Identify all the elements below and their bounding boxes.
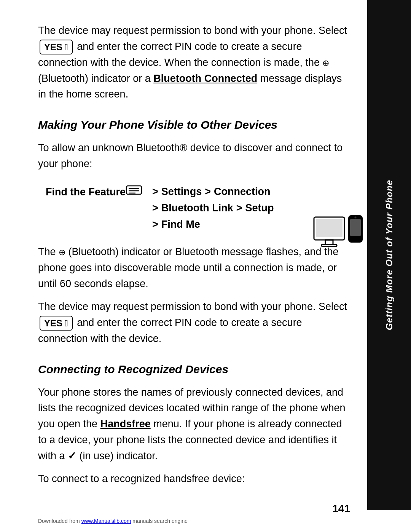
- footer-suffix: manuals search engine: [132, 518, 188, 524]
- arrow-5: >: [152, 216, 158, 233]
- checkmark-symbol: ✓: [68, 450, 76, 462]
- heading-1: Making Your Phone Visible to Other Devic…: [38, 116, 350, 133]
- para1-text-b: and enter the correct PIN code to create…: [38, 41, 320, 68]
- yes-label-1: YES: [44, 41, 62, 53]
- device-svg: [312, 213, 365, 263]
- sidebar-text: Getting More Out of Your Phone: [382, 180, 396, 330]
- yes-button-2: YES 🡉: [40, 316, 73, 331]
- para1-text-c: (Bluetooth) indicator or a: [38, 73, 151, 84]
- path-line-2: > Bluetooth Link > Setup: [149, 200, 274, 216]
- bluetooth-connected-label: Bluetooth Connected: [153, 73, 257, 84]
- bluetooth-symbol-2: ⊕: [59, 248, 65, 257]
- bluetooth-symbol-1: ⊕: [322, 58, 329, 68]
- device-illustration: [312, 213, 365, 263]
- para3-text-a: The: [38, 246, 56, 257]
- menu-icon: [126, 184, 142, 196]
- paragraph-4: The device may request permission to bon…: [38, 299, 350, 347]
- svg-rect-5: [316, 219, 342, 237]
- path-bluetooth-link: Bluetooth Link: [161, 200, 233, 216]
- para3-text-b: (Bluetooth) indicator or Bluetooth messa…: [38, 246, 339, 289]
- yes-button-1: YES 🡉: [40, 40, 73, 54]
- path-find-me: Find Me: [161, 216, 200, 233]
- svg-point-10: [355, 217, 357, 219]
- handsfree-label: Handsfree: [100, 418, 151, 430]
- paragraph-2: To allow an unknown Bluetooth® device to…: [38, 140, 350, 172]
- arrow-2: >: [205, 184, 211, 200]
- path-line-3: > Find Me: [149, 216, 274, 233]
- footer-text: Downloaded from: [38, 518, 80, 524]
- para4-text-b: and enter the correct PIN code to create…: [38, 317, 302, 344]
- arrow-1: >: [152, 184, 158, 200]
- find-feature-label: Find the Feature: [46, 184, 126, 200]
- menu-icon-svg: [126, 184, 142, 196]
- para5-text-c: (in use) indicator.: [80, 450, 158, 462]
- footer: Downloaded from www.Manualslib.com manua…: [38, 517, 188, 525]
- arrow-3: >: [152, 200, 158, 216]
- svg-rect-9: [350, 219, 361, 236]
- heading-2: Connecting to Recognized Devices: [38, 361, 350, 378]
- path-steps: > Settings > Connection > Bluetooth Link…: [149, 184, 274, 233]
- find-feature-box: Find the Feature > Settings > Connection: [46, 184, 350, 233]
- para4-text-a: The device may request permission to bon…: [38, 301, 347, 312]
- path-setup: Setup: [245, 200, 274, 216]
- paragraph-1: The device may request permission to bon…: [38, 23, 350, 102]
- footer-link[interactable]: www.Manualslib.com: [81, 518, 131, 524]
- path-settings: Settings: [161, 184, 202, 200]
- yes-label-2: YES: [44, 317, 62, 329]
- svg-rect-6: [325, 240, 333, 244]
- yes-icon-2: 🡉: [65, 317, 68, 329]
- arrow-4: >: [236, 200, 242, 216]
- svg-rect-7: [322, 244, 337, 246]
- yes-icon-1: 🡉: [65, 41, 68, 53]
- path-line-1: > Settings > Connection: [149, 184, 274, 200]
- para1-text-a: The device may request permission to bon…: [38, 25, 347, 36]
- path-connection: Connection: [214, 184, 271, 200]
- page-number: 141: [332, 501, 350, 517]
- paragraph-6: To connect to a recognized handsfree dev…: [38, 471, 350, 487]
- paragraph-5: Your phone stores the names of previousl…: [38, 385, 350, 464]
- paragraph-3: The ⊕ (Bluetooth) indicator or Bluetooth…: [38, 244, 350, 292]
- sidebar-strip: Getting More Out of Your Phone: [367, 0, 411, 510]
